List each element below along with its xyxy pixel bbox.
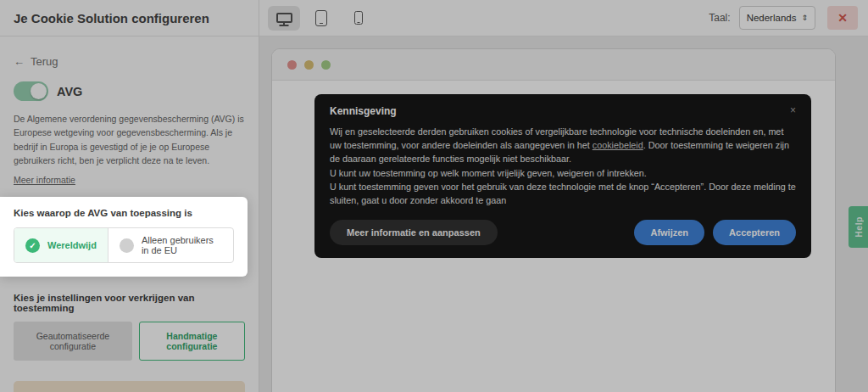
traffic-light-red-icon <box>287 60 297 70</box>
mobile-icon <box>354 11 363 25</box>
more-info-customize-button[interactable]: Meer informatie en aanpassen <box>330 220 498 245</box>
compliance-warning: ! Niet geconfigureerd volgens de strengs… <box>14 381 245 392</box>
banner-actions: Afwijzen Accepteren <box>634 220 796 245</box>
preview-area: Kennisgeving × Wij en geselecteerde derd… <box>259 36 868 392</box>
close-icon: ✕ <box>837 11 848 25</box>
accept-button[interactable]: Accepteren <box>713 220 796 245</box>
back-link-label: Terug <box>31 55 58 68</box>
gdpr-toggle-row: AVG <box>14 81 245 101</box>
scope-heading: Kies waarop de AVG van toepassing is <box>14 208 234 218</box>
browser-mockup: Kennisgeving × Wij en geselecteerde derd… <box>271 48 836 392</box>
select-arrows-icon: ⇕ <box>801 14 808 22</box>
scope-option-eu-only[interactable]: Alleen gebruikers in de EU <box>108 228 233 262</box>
cookie-banner: Kennisgeving × Wij en geselecteerde derd… <box>314 94 811 258</box>
sidebar-header: Je Cookie Solution configureren <box>0 0 259 36</box>
consent-buttons: Geautomatiseerde configuratie Handmatige… <box>14 322 245 361</box>
gdpr-description: De Algemene verordening gegevensbescherm… <box>14 112 245 167</box>
banner-text: U kunt toestemming geven voor het gebrui… <box>330 182 796 205</box>
back-link[interactable]: ← Terug <box>14 55 58 68</box>
scope-option-label: Wereldwijd <box>47 240 97 250</box>
reject-button[interactable]: Afwijzen <box>634 220 704 245</box>
tablet-icon <box>315 10 327 26</box>
traffic-light-green-icon <box>321 60 331 70</box>
toggle-knob <box>31 83 47 99</box>
banner-body: Wij en geselecteerde derden gebruiken co… <box>330 125 796 207</box>
radio-circle-icon <box>120 238 134 253</box>
banner-text: U kunt uw toestemming op welk moment vri… <box>330 168 647 178</box>
traffic-light-yellow-icon <box>304 60 314 70</box>
preview-toolbar: Taal: Nederlands ⇕ ✕ <box>259 0 868 36</box>
consent-heading: Kies je instellingen voor verkrijgen van… <box>14 293 245 313</box>
back-arrow-icon: ← <box>14 55 25 68</box>
scope-option-label: Alleen gebruikers in de EU <box>142 235 222 255</box>
automated-config-button[interactable]: Geautomatiseerde configuratie <box>14 322 132 361</box>
language-label: Taal: <box>709 12 730 24</box>
cookie-policy-link[interactable]: cookiebeleid <box>593 140 643 150</box>
avg-scope-section: Kies waarop de AVG van toepassing is ✓ W… <box>0 197 248 277</box>
gdpr-toggle[interactable] <box>14 81 48 101</box>
close-button[interactable]: ✕ <box>827 6 858 30</box>
browser-chrome <box>272 49 835 81</box>
page-title: Je Cookie Solution configureren <box>14 11 209 25</box>
topbar: Je Cookie Solution configureren Taal: Ne… <box>0 0 868 36</box>
gdpr-toggle-label: AVG <box>57 85 82 98</box>
device-desktop-button[interactable] <box>268 6 300 31</box>
device-tablet-button[interactable] <box>305 6 337 31</box>
device-switcher <box>268 6 375 31</box>
banner-header: Kennisgeving × <box>330 105 796 117</box>
more-info-link[interactable]: Meer informatie <box>14 175 75 185</box>
help-tab-label: Help <box>854 216 864 238</box>
banner-footer: Meer informatie en aanpassen Afwijzen Ac… <box>330 220 796 245</box>
banner-title: Kennisgeving <box>330 105 397 117</box>
check-icon: ✓ <box>29 241 36 250</box>
banner-close-icon[interactable]: × <box>790 105 796 115</box>
language-select[interactable]: Nederlands ⇕ <box>739 6 815 30</box>
scope-option-worldwide[interactable]: ✓ Wereldwijd <box>14 228 108 262</box>
scope-segmented-control: ✓ Wereldwijd Alleen gebruikers in de EU <box>14 227 234 263</box>
language-group: Taal: Nederlands ⇕ ✕ <box>709 6 858 30</box>
desktop-icon <box>276 13 292 23</box>
config-sidebar: ← Terug AVG De Algemene verordening gege… <box>0 36 259 392</box>
device-mobile-button[interactable] <box>342 6 375 31</box>
check-circle-icon: ✓ <box>25 238 40 253</box>
language-value: Nederlands <box>747 13 797 23</box>
manual-config-button[interactable]: Handmatige configuratie <box>139 322 245 361</box>
help-tab[interactable]: Help <box>849 206 868 248</box>
